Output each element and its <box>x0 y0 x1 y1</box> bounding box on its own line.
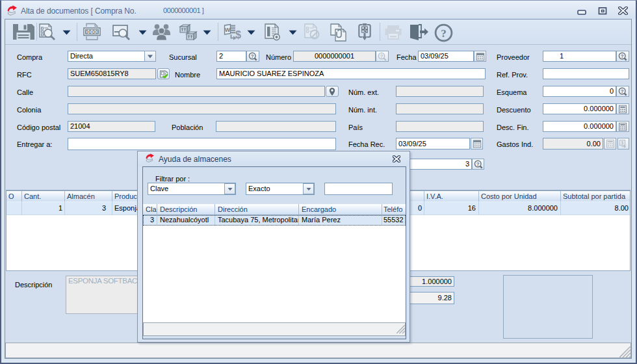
svg-text:$: $ <box>235 29 241 40</box>
svg-text:?: ? <box>621 88 624 94</box>
svg-text:?: ? <box>476 161 479 167</box>
svg-text:?: ? <box>380 53 384 59</box>
svg-text:?: ? <box>621 53 624 59</box>
svg-text:?: ? <box>441 27 447 40</box>
svg-text:?: ? <box>251 53 254 59</box>
svg-text:W: W <box>225 27 231 33</box>
svg-text:$: $ <box>621 140 624 146</box>
svg-text:0000: 0000 <box>85 29 99 35</box>
